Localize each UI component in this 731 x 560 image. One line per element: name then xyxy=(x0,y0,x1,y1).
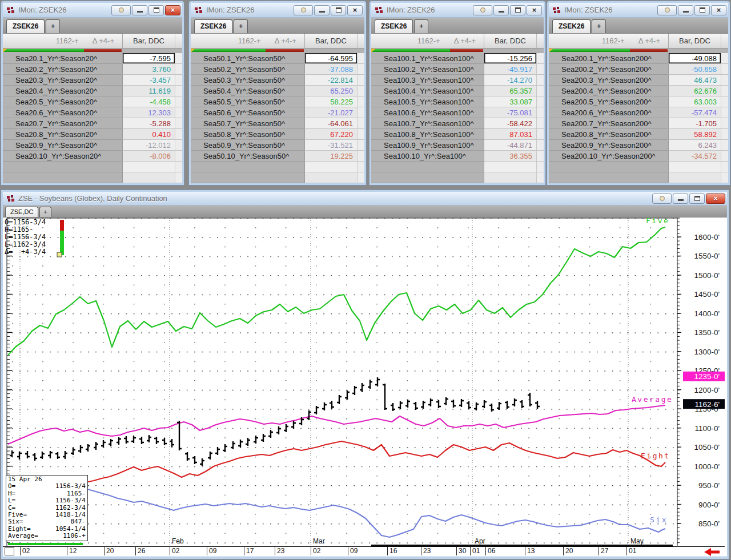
table-row[interactable]: Sea100.5_Yr^:Season100^ 33.087 xyxy=(371,96,544,107)
table-row[interactable]: Sea50.10_Yr^:Season50^ 19.225 xyxy=(191,151,364,162)
table-row[interactable]: Sea50.7_Yr^:Season50^ -64.061 xyxy=(191,118,364,129)
row-value[interactable]: -45.917 xyxy=(484,64,536,75)
close-button[interactable]: × xyxy=(527,5,542,15)
row-value[interactable]: -12.012 xyxy=(122,140,175,151)
minimize-button[interactable] xyxy=(132,5,147,15)
restore-button[interactable] xyxy=(510,5,525,15)
table-row[interactable]: Sea20.4_Yr^:Season20^ 11.619 xyxy=(3,86,182,96)
add-tab-button[interactable]: + xyxy=(592,19,606,33)
row-value[interactable]: -37.088 xyxy=(304,64,357,75)
row-value[interactable]: -8.006 xyxy=(122,151,175,162)
table-row[interactable]: Sea100.1_Yr^:Season100^ -15.256 xyxy=(371,53,544,64)
close-button[interactable]: × xyxy=(347,5,363,15)
table-row[interactable]: Sea50.8_Yr^:Season50^ 67.220 xyxy=(191,129,364,140)
tab-zse-dc[interactable]: ZSE,DC xyxy=(5,207,38,217)
row-value[interactable]: -4.458 xyxy=(122,96,175,107)
table-row[interactable]: Sea200.1_Yr^:Season200^ -49.088 xyxy=(549,53,728,64)
table-row[interactable]: Sea20.6_Yr^:Season20^ 12.303 xyxy=(3,107,182,118)
row-value[interactable]: 6.243 xyxy=(668,140,721,151)
row-value[interactable]: 63.003 xyxy=(668,96,721,107)
row-value[interactable]: 11.619 xyxy=(122,86,175,96)
row-value[interactable]: -34.572 xyxy=(668,151,721,162)
pin-button[interactable] xyxy=(111,5,131,15)
row-value[interactable]: 0.410 xyxy=(122,129,175,140)
row-value[interactable]: -44.871 xyxy=(484,140,536,151)
table-row[interactable]: Sea200.9_Yr^:Season200^ 6.243 xyxy=(549,140,728,151)
table-row[interactable]: Sea200.6_Yr^:Season200^ -57.474 xyxy=(549,107,728,118)
table-row[interactable]: Sea50.9_Yr^:Season50^ -31.521 xyxy=(191,140,364,151)
row-value[interactable]: -21.027 xyxy=(304,107,357,118)
window-titlebar[interactable]: IMon: ZSEK26 × xyxy=(3,3,182,18)
window-titlebar[interactable]: IMon: ZSEK26 × xyxy=(549,3,728,18)
scrollbar-home-box[interactable] xyxy=(5,547,14,555)
table-row[interactable]: Sea100.2_Yr^:Season100^ -45.917 xyxy=(371,64,544,75)
table-row[interactable]: Sea20.10_Yr^:Season20^ -8.006 xyxy=(3,151,182,162)
close-button[interactable]: × xyxy=(706,194,725,204)
table-row[interactable]: Sea200.7_Yr^:Season200^ -1.705 xyxy=(549,118,728,129)
row-value[interactable]: -5.288 xyxy=(122,118,175,129)
row-value[interactable]: 33.087 xyxy=(484,96,536,107)
table-row[interactable]: Sea100.3_Yr^:Season100^ -14.270 xyxy=(371,75,544,86)
table-row[interactable]: Sea50.6_Yr^:Season50^ -21.027 xyxy=(191,107,364,118)
table-row[interactable]: Sea20.2_Yr^:Season20^ 3.760 xyxy=(3,64,182,75)
table-row[interactable]: Sea200.4_Yr^:Season200^ 62.676 xyxy=(549,86,728,96)
row-value[interactable]: -7.595 xyxy=(122,53,175,64)
row-value[interactable]: -57.474 xyxy=(668,107,721,118)
pin-button[interactable] xyxy=(652,194,672,204)
add-tab-button[interactable]: + xyxy=(39,207,51,217)
scroll-left-arrow-icon[interactable] xyxy=(704,548,720,556)
tab-zsek26[interactable]: ZSEK26 xyxy=(552,19,591,33)
table-row[interactable]: Sea20.3_Yr^:Season20^ -3.457 xyxy=(3,75,182,86)
row-value[interactable]: 65.357 xyxy=(484,86,536,96)
restore-button[interactable] xyxy=(331,5,346,15)
table-row[interactable]: Sea100.8_Yr^:Season100^ 87.031 xyxy=(371,129,544,140)
row-value[interactable]: 12.303 xyxy=(122,107,175,118)
close-button[interactable]: × xyxy=(711,5,726,15)
table-row[interactable]: Sea20.1_Yr^:Season20^ -7.595 xyxy=(3,53,182,64)
table-row[interactable]: Sea20.9_Yr^:Season20^ -12.012 xyxy=(3,140,182,151)
scrollbar-thumb[interactable] xyxy=(371,545,673,547)
table-row[interactable]: Sea50.1_Yr^:Season50^ -64.595 xyxy=(191,53,364,64)
table-row[interactable]: Sea50.5_Yr^:Season50^ 58.225 xyxy=(191,96,364,107)
table-row[interactable]: Sea50.2_Yr^:Season50^ -37.088 xyxy=(191,64,364,75)
table-row[interactable]: Sea20.7_Yr^:Season20^ -5.288 xyxy=(3,118,182,129)
pin-button[interactable] xyxy=(473,5,492,15)
table-row[interactable]: Sea100.6_Yr^:Season100^ -75.081 xyxy=(371,107,544,118)
row-value[interactable]: -14.270 xyxy=(484,75,536,86)
pin-button[interactable] xyxy=(657,5,677,15)
table-row[interactable]: Sea200.2_Yr^:Season200^ -50.658 xyxy=(549,64,728,75)
table-row[interactable]: Sea200.10_Yr^:Season200^ -34.572 xyxy=(549,151,728,162)
row-value[interactable]: -49.088 xyxy=(668,53,721,64)
row-value[interactable]: -58.422 xyxy=(484,118,536,129)
table-row[interactable]: Sea100.10_Yr^:Sea100^ 36.355 xyxy=(371,151,544,162)
row-value[interactable]: 58.225 xyxy=(304,96,357,107)
table-row[interactable]: Sea50.3_Yr^:Season50^ -22.814 xyxy=(191,75,364,86)
add-tab-button[interactable]: + xyxy=(414,19,428,33)
restore-button[interactable] xyxy=(689,194,705,204)
table-row[interactable]: Sea100.4_Yr^:Season100^ 65.357 xyxy=(371,86,544,96)
row-value[interactable]: 65.250 xyxy=(304,86,357,96)
add-tab-button[interactable]: + xyxy=(234,19,248,33)
row-value[interactable]: 87.031 xyxy=(484,129,536,140)
row-value[interactable]: 58.892 xyxy=(668,129,721,140)
row-value[interactable]: -1.705 xyxy=(668,118,721,129)
pin-button[interactable] xyxy=(294,5,313,15)
restore-button[interactable] xyxy=(148,5,164,15)
table-row[interactable]: Sea200.5_Yr^:Season200^ 63.003 xyxy=(549,96,728,107)
row-value[interactable]: -15.256 xyxy=(484,53,536,64)
row-value[interactable]: 62.676 xyxy=(668,86,721,96)
row-value[interactable]: -50.658 xyxy=(668,64,721,75)
add-tab-button[interactable]: + xyxy=(46,19,60,33)
minimize-button[interactable] xyxy=(673,194,688,204)
table-row[interactable]: Sea50.4_Yr^:Season50^ 65.250 xyxy=(191,86,364,96)
window-titlebar[interactable]: IMon: ZSEK26 × xyxy=(191,3,364,18)
restore-button[interactable] xyxy=(694,5,710,15)
row-value[interactable]: 67.220 xyxy=(304,129,357,140)
price-chart-plot[interactable]: FiveAverageEightSixFebMarAprMay1600-0'15… xyxy=(3,217,725,557)
table-row[interactable]: Sea20.5_Yr^:Season20^ -4.458 xyxy=(3,96,182,107)
row-value[interactable]: 19.225 xyxy=(304,151,357,162)
row-value[interactable]: -75.081 xyxy=(484,107,536,118)
row-value[interactable]: -22.814 xyxy=(304,75,357,86)
close-button[interactable]: × xyxy=(165,5,180,15)
minimize-button[interactable] xyxy=(493,5,509,15)
